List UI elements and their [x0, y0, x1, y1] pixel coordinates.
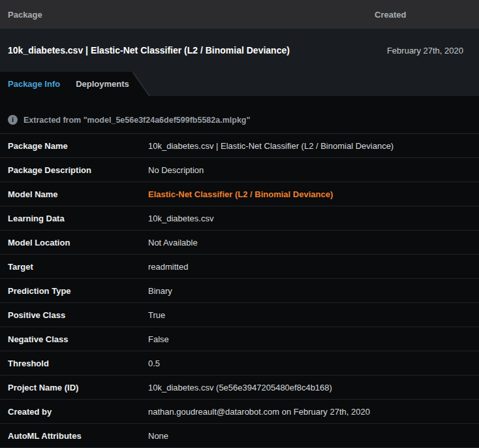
row-label: Positive Class [8, 310, 148, 320]
table-row: Model Name Elastic-Net Classifier (L2 / … [0, 182, 479, 206]
table-row: Negative Class False [0, 327, 479, 351]
row-label: Project Name (ID) [8, 383, 148, 392]
info-banner-text: Extracted from "model_5e56e3f24a6def599f… [23, 116, 250, 125]
info-banner: i Extracted from "model_5e56e3f24a6def59… [0, 96, 479, 133]
tab-label: Package Info [8, 79, 60, 89]
tab-deployments[interactable]: Deployments [76, 79, 129, 89]
row-value: None [148, 431, 168, 441]
tab-strip: Package Info Deployments [0, 72, 132, 96]
app-window: Package Created 10k_diabetes.csv | Elast… [0, 0, 479, 448]
row-value: No Description [148, 165, 204, 175]
model-name-link[interactable]: Elastic-Net Classifier (L2 / Binomial De… [148, 189, 333, 199]
tab-package-info[interactable]: Package Info [8, 79, 60, 89]
row-value: 10k_diabetes.csv [148, 214, 213, 223]
column-header-package: Package [8, 10, 375, 20]
package-row[interactable]: 10k_diabetes.csv | Elastic-Net Classifie… [0, 29, 479, 72]
row-value: 10k_diabetes.csv (5e56e3947205480ef8c4b1… [148, 383, 332, 392]
row-label: Learning Data [8, 214, 148, 223]
table-row: Model Location Not Available [0, 231, 479, 255]
row-label: Prediction Type [8, 286, 148, 296]
table-row: Package Name 10k_diabetes.csv | Elastic-… [0, 134, 479, 158]
table-row: Positive Class True [0, 303, 479, 327]
package-title: 10k_diabetes.csv | Elastic-Net Classifie… [8, 45, 365, 56]
tab-bar: Package Info Deployments [0, 72, 479, 96]
details-table: Package Name 10k_diabetes.csv | Elastic-… [0, 133, 479, 448]
row-label: Threshold [8, 359, 148, 368]
row-value: False [148, 334, 169, 344]
table-row: Project Name (ID) 10k_diabetes.csv (5e56… [0, 376, 479, 400]
row-label: Model Location [8, 238, 148, 248]
list-header: Package Created [0, 0, 479, 29]
row-label: Package Description [8, 165, 148, 175]
row-label: Package Name [8, 141, 148, 151]
row-value: 10k_diabetes.csv | Elastic-Net Classifie… [148, 141, 394, 151]
package-info-panel: i Extracted from "model_5e56e3f24a6def59… [0, 96, 479, 448]
package-created-date: February 27th, 2020 [365, 46, 479, 56]
row-label: AutoML Attributes [8, 431, 148, 441]
row-label: Model Name [8, 189, 148, 199]
row-value: readmitted [148, 262, 188, 272]
tab-label: Deployments [76, 79, 129, 89]
info-icon: i [8, 115, 18, 125]
row-value: True [148, 310, 165, 320]
row-value: 0.5 [148, 359, 160, 368]
table-row: Package Description No Description [0, 158, 479, 182]
table-row: Prediction Type Binary [0, 279, 479, 303]
table-row: AutoML Attributes None [0, 424, 479, 448]
row-label: Created by [8, 407, 148, 417]
column-header-created: Created [375, 10, 479, 20]
row-value: Not Available [148, 238, 198, 248]
table-row: Threshold 0.5 [0, 351, 479, 376]
row-label: Target [8, 262, 148, 272]
row-value: nathan.goudreault@datarobot.com on Febru… [148, 407, 370, 417]
row-value: Binary [148, 286, 172, 296]
table-row: Target readmitted [0, 255, 479, 279]
table-row: Learning Data 10k_diabetes.csv [0, 206, 479, 231]
row-label: Negative Class [8, 334, 148, 344]
table-row: Created by nathan.goudreault@datarobot.c… [0, 400, 479, 424]
